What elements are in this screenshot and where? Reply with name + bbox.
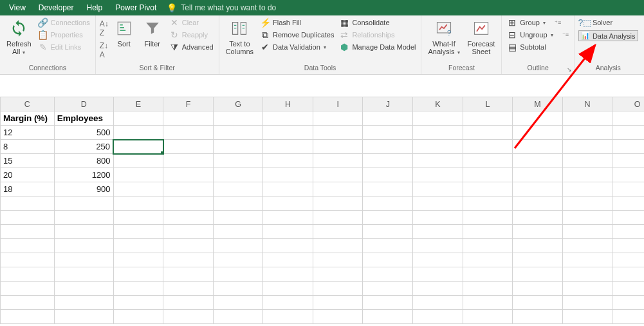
data-analysis-icon: 📊 bbox=[581, 32, 590, 40]
menu-powerpivot[interactable]: Power Pivot bbox=[109, 3, 163, 12]
refresh-all-button[interactable]: RefreshAll ▾ bbox=[4, 17, 34, 57]
cell[interactable]: 15 bbox=[1, 154, 55, 168]
group-label: Forecast bbox=[425, 64, 497, 74]
forecast-sheet-icon bbox=[471, 18, 492, 39]
table-row[interactable]: 8 250 bbox=[1, 140, 645, 154]
cell[interactable]: 1200 bbox=[54, 168, 113, 182]
tell-me-search[interactable]: Tell me what you want to do bbox=[181, 3, 276, 12]
text-to-columns-icon bbox=[229, 18, 250, 39]
ungroup-button[interactable]: ⊟Ungroup ▾ ⁻≡ bbox=[506, 29, 570, 41]
menu-help[interactable]: Help bbox=[80, 3, 109, 12]
col-header[interactable]: L bbox=[463, 97, 513, 111]
menu-developer[interactable]: Developer bbox=[32, 3, 80, 12]
consolidate-button[interactable]: ▦Consolidate bbox=[338, 17, 417, 28]
forecast-sheet-button[interactable]: ForecastSheet bbox=[465, 17, 498, 57]
remove-duplicates-button[interactable]: ⧉Remove Duplicates bbox=[259, 29, 335, 41]
ribbon: RefreshAll ▾ 🔗Connections 📋Properties ✎E… bbox=[0, 15, 644, 75]
group-forecast: ? What-IfAnalysis ▾ ForecastSheet Foreca… bbox=[421, 15, 502, 74]
col-header[interactable]: I bbox=[313, 97, 363, 111]
flash-fill-icon: ⚡ bbox=[260, 17, 270, 28]
col-header[interactable]: H bbox=[263, 97, 313, 111]
data-validation-button[interactable]: ✔Data Validation ▾ bbox=[259, 41, 335, 53]
connections-icon: 🔗 bbox=[38, 17, 48, 28]
reapply-button[interactable]: ↻Reapply bbox=[168, 29, 215, 41]
group-icon: ⊞ bbox=[507, 17, 517, 28]
advanced-icon: ⧩ bbox=[169, 42, 179, 52]
table-row[interactable]: 18 900 bbox=[1, 182, 645, 197]
what-if-analysis-button[interactable]: ? What-IfAnalysis ▾ bbox=[425, 17, 462, 57]
advanced-button[interactable]: ⧩Advanced bbox=[168, 41, 215, 53]
sort-button[interactable]: Sort bbox=[111, 17, 137, 49]
sort-desc-icon[interactable]: Z↓A bbox=[100, 41, 109, 59]
cell[interactable]: 8 bbox=[1, 140, 55, 154]
solver-button[interactable]: ?⬚Solver bbox=[578, 17, 638, 28]
cell[interactable]: 12 bbox=[1, 126, 55, 140]
reapply-icon: ↻ bbox=[169, 30, 179, 40]
table-row[interactable]: Margin (%) Employees bbox=[1, 111, 645, 126]
subtotal-icon: ▤ bbox=[507, 42, 517, 52]
svg-rect-0 bbox=[118, 22, 131, 35]
col-header[interactable]: N bbox=[562, 97, 612, 111]
group-data-tools: Text toColumns ⚡Flash Fill ⧉Remove Dupli… bbox=[219, 15, 422, 74]
menu-bar: View Developer Help Power Pivot 💡 Tell m… bbox=[0, 0, 644, 15]
filter-button[interactable]: Filter bbox=[140, 17, 165, 49]
cell[interactable]: 800 bbox=[54, 154, 113, 168]
sort-icon bbox=[114, 18, 134, 39]
ungroup-icon: ⊟ bbox=[507, 30, 517, 40]
flash-fill-button[interactable]: ⚡Flash Fill bbox=[259, 17, 335, 28]
table-row[interactable]: 12 500 bbox=[1, 126, 645, 140]
manage-data-model-button[interactable]: ⬢Manage Data Model bbox=[338, 41, 417, 53]
properties-icon: 📋 bbox=[38, 30, 48, 40]
cell[interactable]: Employees bbox=[54, 111, 113, 126]
spreadsheet-grid[interactable]: C D E F G H I J K L M N O Margin (%) Emp… bbox=[0, 97, 644, 324]
consolidate-icon: ▦ bbox=[339, 17, 349, 28]
col-header[interactable]: J bbox=[363, 97, 413, 111]
col-header[interactable]: M bbox=[513, 97, 563, 111]
subtotal-button[interactable]: ▤Subtotal bbox=[506, 41, 570, 53]
what-if-icon: ? bbox=[434, 18, 454, 39]
table-row[interactable]: 15 800 bbox=[1, 154, 645, 168]
relationships-icon: ⇄ bbox=[339, 30, 349, 40]
col-header[interactable]: O bbox=[612, 97, 644, 111]
group-label: Analysis bbox=[578, 64, 638, 74]
dialog-launcher-icon[interactable]: ↘ bbox=[567, 66, 572, 73]
cell[interactable]: 250 bbox=[54, 140, 113, 154]
table-row[interactable]: 20 1200 bbox=[1, 168, 645, 182]
data-validation-icon: ✔ bbox=[260, 42, 270, 52]
cell[interactable]: 900 bbox=[54, 182, 113, 197]
relationships-button[interactable]: ⇄Relationships bbox=[338, 29, 417, 41]
group-label: Outline bbox=[506, 64, 570, 74]
text-to-columns-button[interactable]: Text toColumns bbox=[223, 17, 256, 57]
cell[interactable]: 20 bbox=[1, 168, 55, 182]
selected-cell[interactable] bbox=[113, 140, 163, 154]
col-header[interactable]: K bbox=[413, 97, 463, 111]
properties-button[interactable]: 📋Properties bbox=[37, 29, 91, 41]
col-header[interactable]: F bbox=[163, 97, 214, 111]
data-analysis-button[interactable]: 📊Data Analysis bbox=[578, 30, 638, 41]
filter-icon bbox=[142, 18, 163, 39]
col-header[interactable]: D bbox=[54, 97, 113, 111]
solver-icon: ?⬚ bbox=[580, 17, 590, 28]
cell[interactable]: Margin (%) bbox=[1, 111, 55, 126]
col-header[interactable]: C bbox=[1, 97, 55, 111]
group-label: Sort & Filter bbox=[100, 64, 215, 74]
cell[interactable]: 18 bbox=[1, 182, 55, 197]
group-connections: RefreshAll ▾ 🔗Connections 📋Properties ✎E… bbox=[0, 15, 96, 74]
connections-button[interactable]: 🔗Connections bbox=[37, 17, 91, 28]
clear-icon: ✕ bbox=[169, 17, 179, 28]
lightbulb-icon: 💡 bbox=[167, 3, 177, 13]
group-button[interactable]: ⊞Group ▾ ⁺≡ bbox=[506, 17, 570, 28]
sort-asc-icon[interactable]: A↓Z bbox=[100, 19, 109, 37]
manage-data-model-icon: ⬢ bbox=[339, 42, 349, 52]
cell[interactable]: 500 bbox=[54, 126, 113, 140]
column-header-row[interactable]: C D E F G H I J K L M N O bbox=[1, 97, 645, 111]
clear-button[interactable]: ✕Clear bbox=[168, 17, 215, 28]
menu-view[interactable]: View bbox=[3, 3, 32, 12]
edit-links-icon: ✎ bbox=[38, 42, 48, 52]
refresh-icon bbox=[8, 18, 29, 39]
group-analysis: ?⬚Solver 📊Data Analysis Analysis bbox=[575, 15, 642, 74]
edit-links-button[interactable]: ✎Edit Links bbox=[37, 41, 91, 53]
col-header[interactable]: G bbox=[213, 97, 263, 111]
col-header[interactable]: E bbox=[113, 97, 163, 111]
group-label: Data Tools bbox=[223, 64, 418, 74]
